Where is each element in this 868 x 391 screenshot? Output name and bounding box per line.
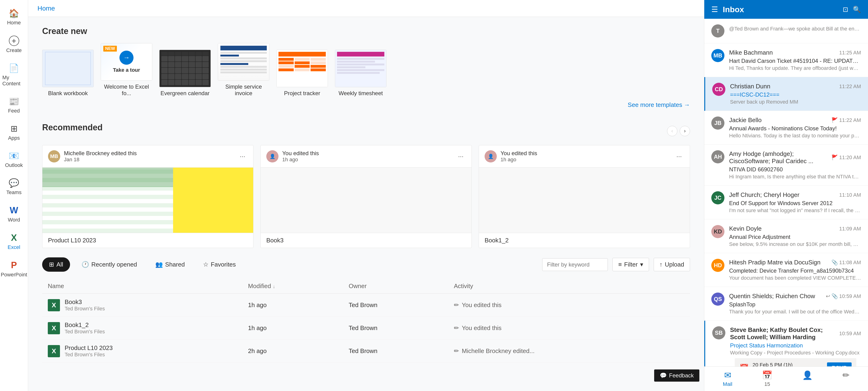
email-item-0[interactable]: T @Ted Brown and Frank—we spoke about Bi… <box>704 19 868 44</box>
filter-icon: ≡ <box>618 261 622 268</box>
email-item-8[interactable]: QS Quentin Shields; Ruichen Chow ↩ 📎 10:… <box>704 287 868 321</box>
rec-card-2-title: Book1_2 <box>479 233 690 248</box>
sidebar-item-powerpoint[interactable]: P PowerPoint <box>0 256 28 282</box>
email-sender-1: Mike Bachmann <box>729 49 773 56</box>
outlook-toolbar: ✉ Mail 📅 15 👤 ✏ <box>704 366 868 391</box>
tour-circle: → <box>119 51 133 65</box>
sidebar-item-create[interactable]: + Create <box>0 32 28 57</box>
sidebar-item-excel[interactable]: X Excel <box>0 229 28 254</box>
template-timesheet[interactable]: Weekly timesheet <box>335 50 386 96</box>
col-name: Name <box>42 279 242 294</box>
new-badge: NEW <box>103 46 117 52</box>
sidebar-item-apps[interactable]: ⊞ Apps <box>0 120 28 145</box>
filter-recently-button[interactable]: 🕐 Recently opened <box>75 257 144 272</box>
email-sender-5: Jeff Church; Cheryl Hoger <box>729 191 799 199</box>
table-row-1[interactable]: X Book1_2 Ted Brown's Files 1h ago Ted B… <box>42 317 690 340</box>
filter-button[interactable]: ≡ Filter ▾ <box>613 258 649 271</box>
outlook-search-icon[interactable]: 🔍 <box>853 6 861 13</box>
main-content: Create new Blank workbook NEW → Tak <box>28 17 704 391</box>
outlook-menu-icon[interactable]: ☰ <box>711 5 718 14</box>
rec-card-1-more-button[interactable]: ··· <box>456 152 466 161</box>
toolbar-tasks[interactable]: ✏ <box>842 370 849 387</box>
filter-all-button[interactable]: ⊞ All <box>42 257 70 272</box>
template-tracker[interactable]: Project tracker <box>276 50 328 96</box>
upload-button[interactable]: ↑ Upload <box>654 258 690 271</box>
table-row-0[interactable]: X Book3 Ted Brown's Files 1h ago Ted Bro… <box>42 294 690 317</box>
template-tour[interactable]: NEW → Take a tour Welcome to Excel fo... <box>101 43 152 96</box>
calendar-visual <box>159 50 211 87</box>
email-item-3[interactable]: JB Jackie Bello 🚩 11:22 AM Annual Awards… <box>704 111 868 145</box>
file-modified-2: 2h ago <box>242 340 343 363</box>
rec-card-0-more-button[interactable]: ··· <box>238 152 248 161</box>
toolbar-calendar[interactable]: 📅 15 <box>762 370 772 387</box>
see-more-link[interactable]: See more templates → <box>628 101 690 109</box>
feedback-button[interactable]: 💬 Feedback <box>654 369 700 382</box>
tracker-visual <box>277 50 328 87</box>
create-new-title: Create new <box>42 26 690 36</box>
powerpoint-icon: P <box>11 260 17 270</box>
template-blank-workbook[interactable]: Blank workbook <box>42 50 94 96</box>
rec-author-name-1: You edited this <box>282 150 319 157</box>
home-icon: 🏠 <box>9 8 19 18</box>
email-body-4: Amy Hodge (amhodge); CiscoSoftware; Paul… <box>729 150 861 180</box>
template-calendar[interactable]: Evergreen calendar <box>159 50 211 96</box>
sidebar-item-mycontent[interactable]: 📄 My Content <box>0 59 28 90</box>
sidebar-item-teams[interactable]: 💬 Teams <box>0 174 28 199</box>
sidebar-item-word[interactable]: W Word <box>0 202 28 227</box>
see-more-row: See more templates → <box>42 101 690 113</box>
rsvp-button[interactable]: RSVP <box>827 362 851 366</box>
toolbar-mail[interactable]: ✉ Mail <box>723 370 732 387</box>
flag-icon-3: 🚩 <box>832 117 838 123</box>
template-thumb-blank <box>42 50 94 87</box>
sort-icon: ↓ <box>273 284 275 289</box>
email-subject-8: SplashTop <box>729 301 861 308</box>
email-subject-7: Completed: Device Transfer Form_a8a1590b… <box>729 268 861 274</box>
email-item-9[interactable]: SB Steve Banke; Kathy Boulet Cox; Scott … <box>704 321 868 366</box>
email-item-1[interactable]: MB Mike Bachmann 11:25 AM Hart David Car… <box>704 44 868 77</box>
template-label-blank: Blank workbook <box>48 90 88 96</box>
email-preview-9: Working Copy - Project Procedures - Work… <box>730 350 861 356</box>
file-name-inner-0: X Book3 Ted Brown's Files <box>48 299 237 312</box>
file-owner-0: Ted Brown <box>343 294 448 317</box>
toolbar-people[interactable]: 👤 <box>802 370 813 387</box>
template-invoice[interactable]: Simple service invoice <box>218 43 269 96</box>
file-name-cell-2: X Product L10 2023 Ted Brown's Files <box>42 340 242 363</box>
col-modified[interactable]: Modified ↓ <box>242 279 343 294</box>
rec-card-2[interactable]: 👤 You edited this 1h ago ··· Book1_2 <box>479 145 690 248</box>
email-time-5: 11:10 AM <box>839 192 861 198</box>
sidebar-item-home[interactable]: 🏠 Home <box>0 5 28 30</box>
rec-card-1[interactable]: 👤 You edited this 1h ago ··· Book3 <box>260 145 472 248</box>
tour-visual: NEW → Take a tour <box>101 44 152 80</box>
email-item-6[interactable]: KD Kevin Doyle 11:09 AM Annual Price Adj… <box>704 219 868 253</box>
mail-icon: ✉ <box>724 370 731 380</box>
rec-card-1-header: 👤 You edited this 1h ago ··· <box>261 145 471 167</box>
rec-card-0[interactable]: MB Michelle Brockney edited this Jan 18 … <box>42 145 253 248</box>
email-top-8: Quentin Shields; Ruichen Chow ↩ 📎 10:59 … <box>729 292 861 300</box>
rec-author-name-0: Michelle Brockney edited this <box>64 150 137 157</box>
nav-next-button[interactable]: › <box>680 126 690 136</box>
sidebar-item-feed[interactable]: 📰 Feed <box>0 93 28 118</box>
file-activity-1: ✏ You edited this <box>448 317 690 340</box>
search-input[interactable] <box>542 258 608 271</box>
recommended-title: Recommended <box>42 122 102 133</box>
table-row-2[interactable]: X Product L10 2023 Ted Brown's Files 2h … <box>42 340 690 363</box>
file-table: Name Modified ↓ Owner Activity <box>42 279 690 363</box>
email-avatar-0: T <box>711 24 724 37</box>
email-item-5[interactable]: JC Jeff Church; Cheryl Hoger 11:10 AM En… <box>704 186 868 219</box>
tasks-icon: ✏ <box>842 370 849 380</box>
email-preview-4: Hi Ingram team, Is there anything else t… <box>729 174 861 180</box>
outlook-minimize-icon[interactable]: ⊡ <box>843 6 848 13</box>
file-name-1: Book1_2 <box>65 322 105 329</box>
rec-card-2-more-button[interactable]: ··· <box>674 152 684 161</box>
home-link[interactable]: Home <box>37 5 55 12</box>
flag-icon-4: 🚩 <box>832 155 838 161</box>
email-item-2[interactable]: CD Christian Dunn 11:22 AM ===ICSC-DC12=… <box>704 77 868 111</box>
filter-favorites-button[interactable]: ☆ Favorites <box>196 257 243 272</box>
sidebar-item-outlook[interactable]: 📧 Outlook <box>0 147 28 172</box>
email-preview-2: Server back up Removed MM <box>730 99 861 105</box>
email-item-7[interactable]: HD Hitesh Pradip Matre via DocuSign 📎 11… <box>704 253 868 287</box>
nav-prev-button[interactable]: ‹ <box>667 126 677 136</box>
email-item-4[interactable]: AH Amy Hodge (amhodge); CiscoSoftware; P… <box>704 145 868 186</box>
file-section: ⊞ All 🕐 Recently opened 👥 Shared ☆ Favor… <box>42 257 690 363</box>
filter-shared-button[interactable]: 👥 Shared <box>149 257 192 272</box>
